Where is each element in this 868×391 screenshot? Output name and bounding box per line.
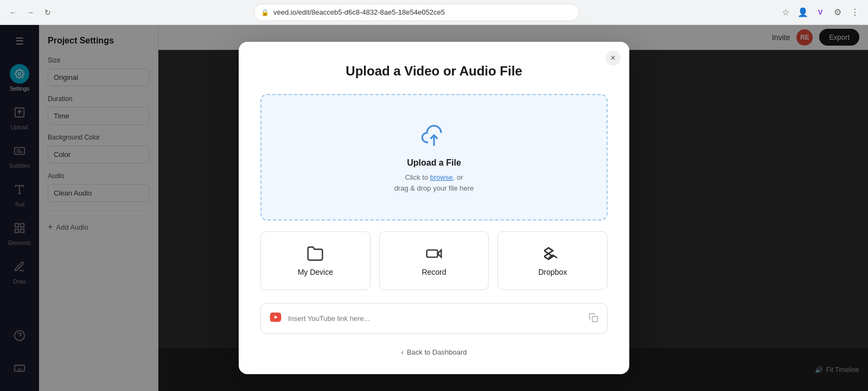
youtube-row bbox=[260, 303, 608, 334]
my-device-card[interactable]: My Device bbox=[260, 231, 371, 290]
dropbox-label: Dropbox bbox=[507, 268, 598, 276]
dropzone-title: Upload a File bbox=[283, 158, 585, 168]
cloud-upload-icon bbox=[420, 121, 448, 152]
settings-icon[interactable]: ⚙ bbox=[831, 6, 844, 19]
after-browse: , or bbox=[453, 173, 463, 181]
chevron-left-icon: ‹ bbox=[401, 348, 404, 356]
upload-icon-wrap bbox=[283, 121, 585, 152]
svg-rect-14 bbox=[427, 250, 438, 257]
upload-dropzone[interactable]: Upload a File Click to browse, or drag &… bbox=[260, 94, 608, 220]
modal-footer: ‹ Back to Dashboard bbox=[260, 347, 608, 357]
back-label: Back to Dashboard bbox=[407, 348, 467, 356]
forward-button[interactable]: → bbox=[24, 6, 37, 19]
dropbox-icon bbox=[507, 245, 598, 262]
veed-icon[interactable]: V bbox=[814, 6, 827, 19]
back-button[interactable]: ← bbox=[7, 6, 20, 19]
drag-text: drag & drop your file here bbox=[394, 184, 474, 192]
my-device-icon bbox=[270, 245, 361, 262]
modal-backdrop[interactable]: × Upload a Video or Audio File Upload a … bbox=[0, 25, 868, 391]
record-label: Record bbox=[388, 268, 480, 276]
youtube-input[interactable] bbox=[288, 314, 582, 323]
menu-icon[interactable]: ⋮ bbox=[848, 6, 861, 19]
browser-right-icons: ☆ 👤 V ⚙ ⋮ bbox=[779, 6, 861, 19]
dropzone-subtitle: Click to browse, or drag & drop your fil… bbox=[283, 172, 585, 193]
my-device-label: My Device bbox=[270, 268, 361, 276]
address-bar[interactable]: 🔒 veed.io/edit/8eacceb5-d6c8-4832-8ae5-1… bbox=[254, 4, 579, 21]
browser-chrome: ← → ↻ 🔒 veed.io/edit/8eacceb5-d6c8-4832-… bbox=[0, 0, 868, 25]
modal-close-button[interactable]: × bbox=[605, 51, 621, 66]
option-cards: My Device Record bbox=[260, 231, 608, 290]
svg-rect-16 bbox=[592, 316, 598, 321]
youtube-icon bbox=[270, 311, 282, 326]
reload-button[interactable]: ↻ bbox=[41, 6, 54, 19]
click-text: Click to bbox=[405, 173, 430, 181]
upload-modal: × Upload a Video or Audio File Upload a … bbox=[239, 42, 629, 374]
youtube-paste-button[interactable] bbox=[589, 313, 598, 325]
record-card[interactable]: Record bbox=[379, 231, 489, 290]
bookmark-icon[interactable]: ☆ bbox=[779, 6, 792, 19]
modal-title: Upload a Video or Audio File bbox=[260, 64, 608, 79]
browse-link[interactable]: browse bbox=[430, 173, 453, 181]
url-text: veed.io/edit/8eacceb5-d6c8-4832-8ae5-18e… bbox=[273, 8, 445, 16]
lock-icon: 🔒 bbox=[261, 9, 269, 16]
dropbox-card[interactable]: Dropbox bbox=[497, 231, 608, 290]
app-container: ☰ Settings Upload bbox=[0, 25, 868, 391]
record-icon bbox=[388, 245, 480, 262]
back-to-dashboard-button[interactable]: ‹ Back to Dashboard bbox=[401, 348, 467, 356]
account-icon[interactable]: 👤 bbox=[796, 6, 809, 19]
